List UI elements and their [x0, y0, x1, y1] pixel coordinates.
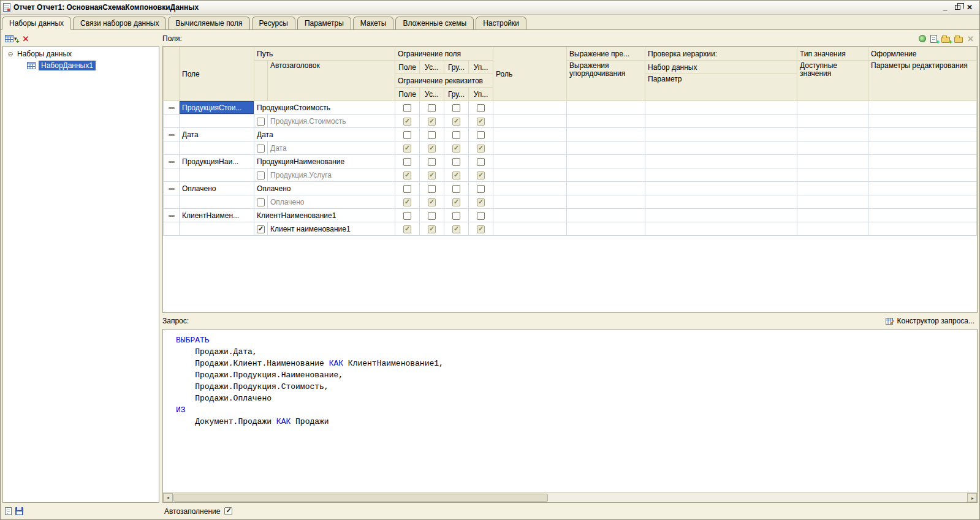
tree-root-datasets[interactable]: ⊖ Наборы данных: [4, 48, 158, 60]
value-type-cell[interactable]: [797, 182, 868, 195]
restriction-cell[interactable]: [469, 155, 493, 168]
query-editor[interactable]: ВЫБРАТЬ Продажи.Дата, Продажи.Клиент.Наи…: [162, 329, 978, 503]
role-cell[interactable]: [493, 101, 567, 115]
value-type-cell[interactable]: [797, 128, 868, 141]
col-field-restriction[interactable]: Ограничение поля: [395, 47, 493, 61]
hierarchy-cell[interactable]: [645, 182, 797, 195]
appearance-cell[interactable]: [868, 101, 977, 115]
auto-title-checkbox[interactable]: [257, 118, 265, 126]
restriction-cell[interactable]: [444, 155, 469, 168]
col-parameter[interactable]: Параметр: [645, 74, 797, 101]
hierarchy-cell[interactable]: [645, 128, 797, 141]
folder-button[interactable]: [954, 35, 963, 43]
col-hierarchy-check[interactable]: Проверка иерархии:: [645, 47, 797, 61]
checkbox-unchecked[interactable]: [452, 212, 460, 220]
checkbox-unchecked[interactable]: [403, 158, 411, 166]
row-drag-handle[interactable]: [164, 209, 180, 222]
col-auto-title[interactable]: Автозаголовок: [268, 61, 395, 101]
field-name-cell[interactable]: КлиентНаимен...: [180, 209, 254, 222]
query-text[interactable]: ВЫБРАТЬ Продажи.Дата, Продажи.Клиент.Наи…: [163, 330, 977, 492]
query-horizontal-scrollbar[interactable]: ◂ ▸: [163, 492, 977, 502]
value-type-cell[interactable]: [797, 101, 868, 115]
row-drag-handle[interactable]: [164, 182, 180, 195]
ordering-expression-cell[interactable]: [567, 101, 645, 115]
scroll-right-icon[interactable]: ▸: [967, 493, 977, 502]
restriction-cell[interactable]: [395, 101, 420, 115]
field-name-cell[interactable]: ПродукцияСтои...: [180, 101, 254, 115]
checkbox-unchecked[interactable]: [403, 104, 411, 112]
col-restr-condition-2[interactable]: Ус...: [420, 88, 444, 101]
col-available-values[interactable]: Доступные значения: [797, 61, 868, 101]
restriction-cell[interactable]: [444, 182, 469, 195]
col-edit-parameters[interactable]: Параметры редактирования: [868, 61, 977, 101]
checkbox-unchecked[interactable]: [477, 104, 485, 112]
tab-0[interactable]: Наборы данных: [2, 17, 71, 30]
restriction-cell[interactable]: [395, 182, 420, 195]
ordering-expression-cell[interactable]: [567, 182, 645, 195]
checkbox-unchecked[interactable]: [428, 131, 436, 139]
collapse-icon[interactable]: ⊖: [7, 50, 14, 58]
tab-7[interactable]: Настройки: [476, 17, 526, 30]
restriction-cell[interactable]: [420, 182, 444, 195]
auto-title-checkbox-cell[interactable]: [254, 141, 268, 155]
auto-title-checkbox-cell[interactable]: [254, 195, 268, 209]
field-path-cell[interactable]: КлиентНаименование1: [254, 209, 395, 222]
tree-item-dataset[interactable]: НаборДанных1: [4, 60, 158, 71]
appearance-cell[interactable]: [868, 209, 977, 222]
restriction-cell[interactable]: [395, 155, 420, 168]
field-path-cell[interactable]: Оплачено: [254, 182, 395, 195]
field-name-cell[interactable]: ПродукцияНаи...: [180, 155, 254, 168]
restriction-cell[interactable]: [469, 101, 493, 115]
auto-title-cell[interactable]: Клиент наименование1: [268, 222, 395, 236]
tab-3[interactable]: Ресурсы: [252, 17, 295, 30]
auto-title-checkbox-cell[interactable]: [254, 115, 268, 128]
auto-title-cell[interactable]: Продукция.Услуга: [268, 168, 395, 182]
query-constructor-button[interactable]: Конструктор запроса...: [886, 317, 974, 325]
restriction-cell[interactable]: [420, 155, 444, 168]
checkbox-unchecked[interactable]: [403, 212, 411, 220]
checkbox-unchecked[interactable]: [452, 104, 460, 112]
tab-5[interactable]: Макеты: [353, 17, 394, 30]
tab-2[interactable]: Вычисляемые поля: [168, 17, 249, 30]
col-appearance[interactable]: Оформление: [868, 47, 977, 61]
restriction-cell[interactable]: [444, 128, 469, 141]
col-attrs-restriction[interactable]: Ограничение реквизитов: [395, 74, 493, 88]
restriction-cell[interactable]: [444, 101, 469, 115]
role-cell[interactable]: [493, 209, 567, 222]
checkbox-unchecked[interactable]: [477, 212, 485, 220]
auto-title-checkbox-cell[interactable]: [254, 222, 268, 236]
auto-title-checkbox-cell[interactable]: [254, 168, 268, 182]
add-field-button[interactable]: [919, 35, 926, 42]
row-drag-handle[interactable]: [164, 101, 180, 115]
add-auto-field-button[interactable]: +: [930, 35, 937, 43]
hierarchy-cell[interactable]: [645, 101, 797, 115]
restriction-cell[interactable]: [395, 128, 420, 141]
role-cell[interactable]: [493, 155, 567, 168]
field-name-cell[interactable]: Дата: [180, 128, 254, 141]
col-restr-group[interactable]: Гру...: [444, 61, 469, 74]
scrollbar-thumb[interactable]: [173, 494, 548, 502]
restriction-cell[interactable]: [469, 128, 493, 141]
col-restr-field-2[interactable]: Поле: [395, 88, 420, 101]
ordering-expression-cell[interactable]: [567, 209, 645, 222]
window-titlebar[interactable]: Отчет Отчет1: ОсновнаяСхемаКомпоновкиДан…: [1, 1, 979, 15]
checkbox-unchecked[interactable]: [477, 158, 485, 166]
checkbox-unchecked[interactable]: [428, 185, 436, 193]
checkbox-unchecked[interactable]: [452, 158, 460, 166]
col-value-type[interactable]: Тип значения: [797, 47, 868, 61]
tab-4[interactable]: Параметры: [297, 17, 351, 30]
tab-6[interactable]: Вложенные схемы: [395, 17, 474, 30]
col-expression[interactable]: Выражение пре...: [567, 47, 645, 61]
restriction-cell[interactable]: [420, 101, 444, 115]
value-type-cell[interactable]: [797, 209, 868, 222]
restriction-cell[interactable]: [469, 209, 493, 222]
appearance-cell[interactable]: [868, 155, 977, 168]
field-path-cell[interactable]: Дата: [254, 128, 395, 141]
checkbox-unchecked[interactable]: [452, 131, 460, 139]
hierarchy-cell[interactable]: [645, 155, 797, 168]
delete-field-button-disabled[interactable]: ✕: [967, 34, 974, 43]
row-drag-handle[interactable]: [164, 128, 180, 141]
autofill-checkbox[interactable]: [224, 507, 232, 515]
appearance-cell[interactable]: [868, 182, 977, 195]
restriction-cell[interactable]: [420, 209, 444, 222]
